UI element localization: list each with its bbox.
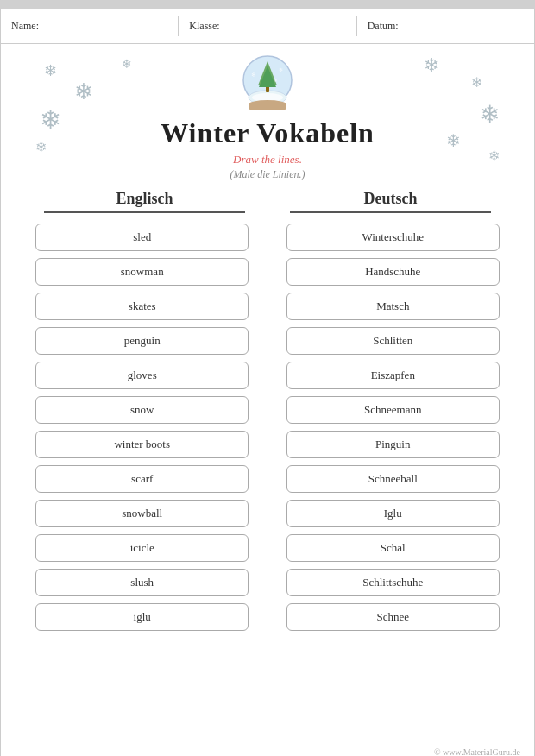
list-item: Pinguin	[286, 431, 500, 458]
name-field: Name:	[1, 16, 179, 36]
list-item: sled	[35, 224, 249, 251]
list-item: penguin	[35, 327, 249, 355]
list-item: skates	[35, 293, 249, 320]
snowflake-icon: ❄	[471, 74, 482, 91]
list-item: Schneemann	[286, 396, 500, 424]
german-header: Deutsch	[290, 190, 491, 213]
svg-text:❄: ❄	[274, 79, 277, 83]
snowflake-icon: ❄	[122, 57, 132, 72]
list-item: Iglu	[286, 500, 500, 527]
svg-text:❄: ❄	[251, 72, 256, 79]
list-item: gloves	[35, 362, 249, 389]
title-area: ❄ ❄ ❄ ❄ ❄ ❄ ❄ ❄ ❄ ❄	[27, 53, 508, 181]
page-title: Winter Vokabeln	[27, 117, 508, 149]
svg-text:❄: ❄	[279, 67, 283, 72]
english-column: sledsnowmanskatespenguinglovessnowwinter…	[35, 224, 249, 631]
class-field: Klasse:	[179, 16, 356, 36]
snowflake-icon: ❄	[446, 130, 461, 151]
date-label: Datum:	[368, 20, 399, 32]
header-bar: Name: Klasse: Datum:	[1, 9, 534, 44]
class-label: Klasse:	[189, 20, 219, 32]
page: Name: Klasse: Datum: ❄ ❄ ❄ ❄ ❄ ❄ ❄ ❄ ❄ ❄	[0, 9, 535, 756]
list-item: Winterschuhe	[286, 224, 500, 251]
name-label: Name:	[11, 20, 39, 32]
word-pairs: sledsnowmanskatespenguinglovessnowwinter…	[27, 224, 508, 631]
snowflake-icon: ❄	[35, 139, 47, 155]
footer: © www.MaterialGuru.de	[434, 747, 520, 756]
list-item: snowman	[35, 258, 249, 286]
main-content: ❄ ❄ ❄ ❄ ❄ ❄ ❄ ❄ ❄ ❄	[1, 44, 534, 657]
list-item: snow	[35, 396, 249, 424]
list-item: Eiszapfen	[286, 362, 500, 389]
list-item: scarf	[35, 465, 249, 493]
snowflake-icon: ❄	[480, 100, 500, 129]
snowflake-icon: ❄	[74, 79, 93, 105]
columns-header: Englisch Deutsch	[27, 190, 508, 213]
list-item: Schal	[286, 534, 500, 562]
date-field: Datum:	[357, 16, 534, 36]
list-item: Matsch	[286, 293, 500, 320]
snowflake-icon: ❄	[40, 104, 61, 135]
list-item: Schlitten	[286, 327, 500, 355]
snowflake-icon: ❄	[44, 61, 57, 80]
subtitle-male: (Male die Linien.)	[27, 168, 508, 181]
footer-text: © www.MaterialGuru.de	[434, 747, 520, 756]
list-item: snowball	[35, 500, 249, 527]
list-item: Schnee	[286, 603, 500, 631]
list-item: icicle	[35, 534, 249, 562]
list-item: Handschuhe	[286, 258, 500, 286]
list-item: Schlittschuhe	[286, 569, 500, 596]
snowflake-icon: ❄	[424, 54, 439, 77]
svg-rect-7	[249, 103, 286, 110]
subtitle-draw: Draw the lines.	[27, 153, 508, 167]
english-header: Englisch	[44, 190, 245, 213]
list-item: Schneeball	[286, 465, 500, 493]
list-item: slush	[35, 569, 249, 596]
list-item: iglu	[35, 603, 249, 631]
list-item: winter boots	[35, 431, 249, 458]
snowflake-icon: ❄	[488, 148, 500, 164]
snowglobe-image: ❄ ❄ ❄	[237, 53, 298, 113]
german-column: WinterschuheHandschuheMatschSchlittenEis…	[286, 224, 500, 631]
